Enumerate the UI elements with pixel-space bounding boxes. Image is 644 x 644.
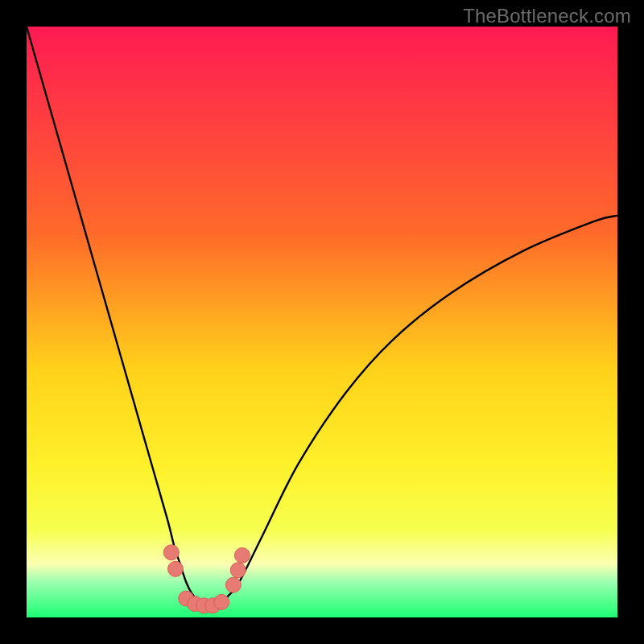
curve-marker bbox=[230, 563, 246, 578]
curve-marker bbox=[167, 561, 183, 576]
gradient-bg bbox=[27, 27, 617, 617]
curve-marker bbox=[234, 547, 250, 563]
watermark-text: TheBottleneck.com bbox=[463, 5, 631, 27]
chart-frame: TheBottleneck.com bbox=[0, 0, 644, 644]
bottleneck-chart bbox=[27, 27, 617, 617]
curve-marker bbox=[163, 545, 179, 560]
plot-area bbox=[27, 27, 617, 617]
curve-marker bbox=[214, 594, 229, 609]
curve-marker bbox=[225, 577, 241, 592]
